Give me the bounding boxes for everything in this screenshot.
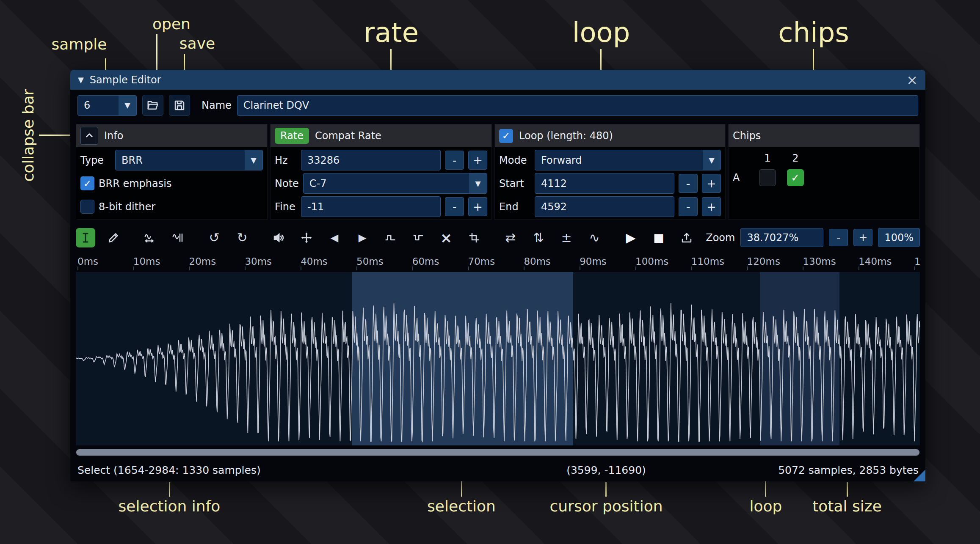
resize-button[interactable] <box>140 228 160 247</box>
hz-plus-button[interactable]: + <box>468 151 487 170</box>
ruler-tickmark <box>914 267 915 270</box>
type-select-value: BRR <box>116 154 245 166</box>
ruler-tick: 30ms <box>245 256 272 267</box>
scrollbar-thumb[interactable] <box>76 449 919 456</box>
waveform-view[interactable] <box>76 272 920 445</box>
delete-button[interactable]: × <box>436 228 456 247</box>
apply-silence-button[interactable] <box>409 228 428 247</box>
pulse-down-icon <box>412 231 425 244</box>
create-wavetable-button[interactable] <box>677 228 696 247</box>
ruler-tick: 80ms <box>524 256 551 267</box>
rate-panel: Rate Compat Rate Hz - + Note C-7 ▼ <box>270 124 492 220</box>
sample-row: 6 ▼ Name <box>70 94 925 116</box>
rate-panel-header: Rate Compat Rate <box>271 124 491 147</box>
ibeam-cursor-icon <box>79 231 92 244</box>
zoom-reset-button[interactable]: 100% <box>878 228 920 247</box>
status-bar: Select (1654-2984: 1330 samples) (3599, … <box>70 461 925 481</box>
chip-1-checkbox[interactable] <box>759 169 776 186</box>
ruler-tick: 0ms <box>77 256 98 267</box>
note-select-value: C-7 <box>304 178 469 190</box>
mode-label: Mode <box>499 154 530 166</box>
timeline-ruler[interactable]: 0ms10ms20ms30ms40ms50ms60ms70ms80ms90ms1… <box>76 253 920 270</box>
resample-button[interactable] <box>168 228 188 247</box>
ruler-tickmark <box>301 267 301 270</box>
ruler-tickmark <box>859 267 859 270</box>
loop-enable-checkbox[interactable]: ✓ <box>499 129 513 143</box>
plus-minus-icon: ± <box>561 231 571 244</box>
sample-toolbar: ↺ ↻ ◀ ▶ × ⇄ ⇅ ± ∿ <box>76 227 920 248</box>
cursor-position-text: (3599, -11690) <box>566 464 646 476</box>
reverse-button[interactable]: ⇄ <box>501 228 520 247</box>
chip-row-label: A <box>733 172 759 184</box>
close-icon[interactable]: × <box>906 73 918 87</box>
note-select[interactable]: C-7 ▼ <box>303 173 487 194</box>
fine-plus-button[interactable]: + <box>468 197 487 216</box>
sample-select[interactable]: 6 ▼ <box>77 95 137 116</box>
hz-input[interactable] <box>301 150 441 170</box>
ruler-tick: 130ms <box>803 256 836 267</box>
brr-emphasis-checkbox[interactable]: ✓ <box>80 176 94 190</box>
loop-start-minus-button[interactable]: - <box>679 174 698 193</box>
loop-end-input[interactable] <box>535 196 674 217</box>
ruler-tick: 10ms <box>133 256 160 267</box>
open-button[interactable] <box>142 95 163 116</box>
sign-button[interactable]: ± <box>557 228 576 247</box>
amplify-button[interactable] <box>269 228 288 247</box>
ruler-tickmark <box>356 267 357 270</box>
redo-icon: ↻ <box>237 231 247 244</box>
zoom-out-button[interactable]: - <box>829 229 848 246</box>
redo-button[interactable]: ↻ <box>232 228 252 247</box>
ruler-tickmark <box>691 267 692 270</box>
chevron-down-icon: ▼ <box>245 150 262 170</box>
loop-start-input[interactable] <box>535 173 674 194</box>
loop-mode-select[interactable]: Forward ▼ <box>535 150 721 170</box>
save-button[interactable] <box>169 95 190 116</box>
info-panel: Info Type BRR ▼ ✓ BRR emphasis <box>76 124 268 220</box>
fine-minus-button[interactable]: - <box>445 197 464 216</box>
loop-panel-body: Mode Forward ▼ Start - + End <box>495 147 725 220</box>
dither-label: 8-bit dither <box>99 201 155 213</box>
invert-button[interactable]: ⇅ <box>529 228 548 247</box>
name-input[interactable] <box>237 95 918 116</box>
preview-button[interactable]: ▶ <box>621 228 640 247</box>
sine-filter-icon: ∿ <box>589 231 599 244</box>
fade-in-icon: ◀ <box>331 233 338 243</box>
chip-2-checkbox[interactable]: ✓ <box>787 169 804 186</box>
horizontal-scrollbar[interactable] <box>76 449 920 456</box>
titlebar[interactable]: ▼ Sample Editor × <box>70 70 925 90</box>
loop-panel-header: ✓ Loop (length: 480) <box>495 124 725 147</box>
rate-badge-button[interactable]: Rate <box>275 128 309 144</box>
trim-button[interactable] <box>464 228 484 247</box>
resize-grip[interactable] <box>914 470 925 481</box>
loop-end-plus-button[interactable]: + <box>702 197 721 216</box>
ruler-tick: 110ms <box>691 256 724 267</box>
dither-checkbox[interactable] <box>80 200 94 214</box>
filter-button[interactable]: ∿ <box>585 228 604 247</box>
loop-start-plus-button[interactable]: + <box>702 174 721 193</box>
fade-in-button[interactable]: ◀ <box>325 228 344 247</box>
collapse-bar-button[interactable] <box>80 127 98 145</box>
annotation-loop-bottom: loop <box>750 497 782 515</box>
loop-end-minus-button[interactable]: - <box>679 197 698 216</box>
zoom-in-button[interactable]: + <box>853 229 872 246</box>
ruler-tick: 90ms <box>580 256 607 267</box>
loop-start-label: Start <box>499 178 530 190</box>
fade-out-button[interactable]: ▶ <box>353 228 372 247</box>
annotation-line-selection-info <box>169 482 170 497</box>
undo-button[interactable]: ↺ <box>204 228 224 247</box>
zoom-input[interactable] <box>740 228 823 247</box>
stop-button[interactable]: ■ <box>649 228 668 247</box>
ruler-tickmark <box>803 267 803 270</box>
hz-minus-button[interactable]: - <box>445 151 464 170</box>
ruler-tickmark <box>524 267 525 270</box>
annotation-chips: chips <box>778 17 849 48</box>
ruler-tickmark <box>245 267 246 270</box>
window-collapse-icon[interactable]: ▼ <box>78 75 84 84</box>
fine-input[interactable] <box>301 196 441 217</box>
insert-silence-button[interactable] <box>381 228 400 247</box>
edit-draw-button[interactable] <box>104 228 123 247</box>
edit-select-button[interactable] <box>76 228 95 247</box>
type-select[interactable]: BRR ▼ <box>115 150 263 170</box>
normalize-button[interactable] <box>297 228 316 247</box>
pencil-icon <box>107 231 120 244</box>
